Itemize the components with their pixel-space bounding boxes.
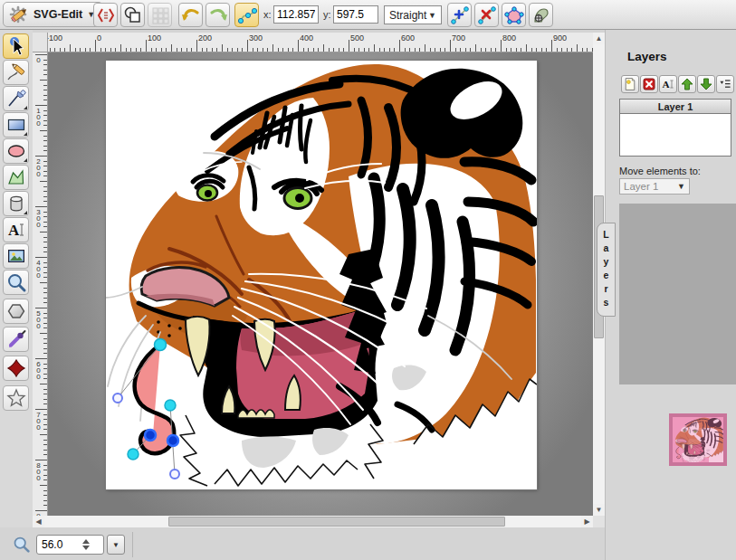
path-node-selected[interactable] bbox=[167, 435, 178, 446]
main-toolbar: SVG-Edit ▼ bbox=[0, 0, 736, 30]
move-layer-up-icon bbox=[680, 77, 694, 91]
spinner-arrows-icon[interactable] bbox=[82, 539, 90, 550]
reorient-path-button[interactable] bbox=[529, 3, 553, 27]
layers-panel-toggle-tab[interactable]: Layers bbox=[597, 223, 616, 317]
path-edit-mode-button[interactable] bbox=[234, 3, 259, 27]
tiger-head-illustration bbox=[106, 64, 537, 489]
move-layer-down-button[interactable] bbox=[697, 75, 715, 93]
pentagon-nodes-icon bbox=[504, 5, 524, 25]
ruler-label: 100 bbox=[34, 107, 43, 126]
ruler-label: 800 bbox=[34, 461, 43, 480]
scrollbar-corner bbox=[593, 516, 605, 527]
canvas-workspace[interactable] bbox=[48, 52, 593, 516]
canvas-artwork[interactable] bbox=[106, 61, 537, 489]
source-code-button[interactable] bbox=[93, 3, 118, 27]
path-shape-icon bbox=[5, 166, 27, 188]
zoom-level-input[interactable] bbox=[37, 538, 81, 551]
layer-preview-area bbox=[619, 204, 736, 384]
ruler-label: 800 bbox=[502, 33, 516, 43]
ruler-label: 0 bbox=[34, 56, 43, 62]
y-coordinate-input[interactable] bbox=[333, 5, 378, 24]
svg-canvas-page[interactable] bbox=[106, 61, 537, 489]
x-coordinate-input[interactable] bbox=[273, 5, 319, 24]
move-elements-value: Layer 1 bbox=[624, 181, 658, 192]
delete-layer-button[interactable] bbox=[640, 75, 658, 93]
scroll-left-arrow-icon[interactable]: ◀ bbox=[33, 516, 44, 527]
zoom-tool-button[interactable] bbox=[3, 270, 29, 295]
ruler-label: 700 bbox=[452, 33, 465, 43]
submenu-arrow-icon bbox=[24, 132, 27, 136]
layer-list-body[interactable] bbox=[619, 114, 731, 157]
reorient-icon bbox=[531, 5, 551, 25]
magnifier-icon bbox=[12, 535, 31, 554]
red-flower-icon bbox=[5, 357, 27, 379]
undo-button[interactable] bbox=[178, 3, 203, 27]
move-elements-label: Move elements to: bbox=[619, 166, 701, 176]
image-icon bbox=[5, 245, 27, 267]
rename-layer-button[interactable]: A bbox=[659, 75, 677, 93]
document-shapes-button[interactable] bbox=[120, 3, 145, 27]
submenu-arrow-icon bbox=[24, 106, 27, 109]
svg-text:A: A bbox=[8, 222, 20, 239]
open-close-path-button[interactable] bbox=[502, 3, 526, 27]
control-handle[interactable] bbox=[113, 394, 122, 403]
path-node[interactable] bbox=[128, 449, 139, 460]
path-node[interactable] bbox=[165, 400, 176, 411]
ruler-label: 200 bbox=[34, 157, 43, 176]
move-elements-select[interactable]: Layer 1 ▼ bbox=[619, 178, 690, 195]
submenu-arrow-icon bbox=[24, 211, 27, 214]
tools-sidebar: A bbox=[0, 30, 33, 560]
path-tool-button[interactable] bbox=[3, 165, 29, 190]
status-bar: ▼ bbox=[0, 527, 605, 560]
layer-menu-button[interactable] bbox=[716, 75, 734, 93]
add-node-icon bbox=[450, 5, 470, 25]
svg-source-icon bbox=[96, 5, 116, 25]
delete-node-button[interactable] bbox=[474, 3, 499, 27]
segment-type-select[interactable]: Straight ▼ bbox=[384, 5, 442, 24]
grid-icon bbox=[150, 5, 170, 25]
zoom-preset-dropdown-button[interactable]: ▼ bbox=[107, 535, 125, 555]
ruler-label: 500 bbox=[350, 33, 364, 43]
horizontal-scrollbar[interactable]: ◀ ▶ bbox=[33, 516, 593, 527]
add-node-button[interactable] bbox=[447, 3, 472, 27]
scroll-right-arrow-icon[interactable]: ▶ bbox=[581, 516, 593, 527]
layer-menu-icon bbox=[718, 77, 732, 91]
star-tool-button[interactable] bbox=[3, 385, 29, 411]
text-tool-button[interactable]: A bbox=[3, 217, 29, 242]
zoom-level-spinner bbox=[36, 535, 104, 555]
rect-tool-button[interactable] bbox=[3, 112, 29, 138]
control-handle[interactable] bbox=[170, 470, 179, 479]
shape-library-tool-button[interactable] bbox=[3, 191, 29, 216]
cursor-icon bbox=[5, 35, 27, 57]
move-layer-up-button[interactable] bbox=[678, 75, 696, 93]
grid-button[interactable] bbox=[148, 3, 172, 27]
pencil-icon bbox=[5, 62, 27, 83]
hexagon-icon bbox=[5, 300, 27, 322]
scroll-down-arrow-icon[interactable]: ▼ bbox=[593, 504, 605, 516]
main-menu-button[interactable]: SVG-Edit ▼ bbox=[3, 2, 103, 27]
select-tool-button[interactable] bbox=[3, 33, 29, 59]
text-a-icon: A bbox=[5, 219, 27, 241]
path-nodes-icon bbox=[237, 5, 257, 25]
shapes-icon bbox=[123, 5, 143, 25]
pencil-tool-button[interactable] bbox=[3, 60, 29, 85]
ruler-label: 900 bbox=[553, 33, 567, 43]
eyedropper-tool-button[interactable] bbox=[3, 327, 29, 352]
horizontal-scrollbar-thumb[interactable] bbox=[168, 517, 505, 527]
svg-text:A: A bbox=[663, 79, 670, 90]
shape-red-tool-button[interactable] bbox=[3, 356, 29, 381]
path-node-selected[interactable] bbox=[145, 430, 156, 441]
segment-type-value: Straight bbox=[389, 9, 426, 22]
ruler-label: 300 bbox=[34, 208, 43, 227]
layer-row-selected[interactable]: Layer 1 bbox=[619, 99, 731, 114]
path-node[interactable] bbox=[155, 339, 167, 351]
line-tool-button[interactable] bbox=[3, 86, 29, 111]
scroll-up-arrow-icon[interactable]: ▲ bbox=[593, 33, 605, 44]
ruler-label: 700 bbox=[34, 411, 43, 430]
polygon-tool-button[interactable] bbox=[3, 299, 29, 324]
image-tool-button[interactable] bbox=[3, 243, 29, 269]
redo-button[interactable] bbox=[206, 3, 230, 27]
ellipse-tool-button[interactable] bbox=[3, 138, 29, 164]
new-layer-button[interactable] bbox=[621, 75, 639, 93]
delete-node-icon bbox=[477, 5, 497, 25]
